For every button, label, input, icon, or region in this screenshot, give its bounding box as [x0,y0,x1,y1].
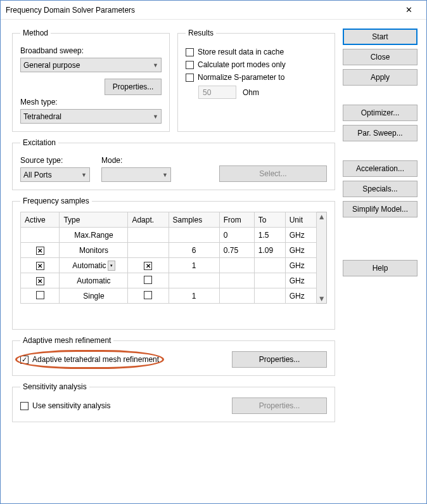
cell-adapt[interactable]: ✕ [128,258,169,273]
cell-unit[interactable]: GHz [285,258,317,273]
checkbox-icon [20,356,29,364]
cell-unit[interactable]: GHz [285,288,317,304]
table-header-row: Active Type Adapt. Samples From To Unit [21,212,317,228]
mode-combo[interactable]: ▼ [101,167,171,182]
cell-unit[interactable]: GHz [285,273,317,288]
table-row[interactable]: Single1GHz [21,288,317,304]
cell-unit[interactable]: GHz [285,243,317,258]
col-from[interactable]: From [219,212,254,228]
frequency-samples-table: Active Type Adapt. Samples From To Unit … [20,212,317,304]
sensitivity-properties-button[interactable]: Properties... [232,397,327,414]
start-button[interactable]: Start [343,29,417,45]
table-row[interactable]: ✕Monitors60.751.09GHz [21,243,317,258]
select-button[interactable]: Select... [219,165,327,182]
calc-port-modes-label: Calculate port modes only [198,60,286,69]
cell-type[interactable]: Automatic [60,273,128,288]
table-row[interactable]: ✕AutomaticGHz [21,273,317,288]
cell-from[interactable] [219,288,254,304]
optimizer-button[interactable]: Optimizer... [343,105,417,121]
cell-to[interactable]: 1.5 [254,228,285,243]
par-sweep-button[interactable]: Par. Sweep... [343,125,417,141]
results-group: Results Store result data in cache Calcu… [177,29,335,132]
checkbox-icon [36,291,44,299]
cell-from[interactable]: 0.75 [219,243,254,258]
cell-type[interactable]: Max.Range [60,228,128,243]
cell-from[interactable] [219,258,254,273]
col-type[interactable]: Type [60,212,128,228]
broadband-sweep-combo[interactable]: General purpose ▼ [20,58,162,72]
apply-button[interactable]: Apply [343,69,417,86]
ohm-unit: Ohm [243,88,259,97]
store-cache-label: Store result data in cache [198,48,284,56]
cell-active[interactable]: ✕ [21,273,60,288]
mesh-type-value: Tetrahedral [23,112,61,121]
cell-type[interactable]: Single [60,288,128,304]
table-row[interactable]: Max.Range01.5GHz [21,228,317,243]
method-legend: Method [20,29,51,37]
mode-label: Mode: [101,156,171,165]
cell-to[interactable] [254,273,285,288]
window-title: Frequency Domain Solver Parameters [6,6,396,15]
cell-samples[interactable]: 1 [169,288,219,304]
adaptive-mesh-group: Adaptive mesh refinement Adaptive tetrah… [12,336,335,376]
normalize-sparam-checkbox[interactable]: Normalize S-parameter to [186,73,327,82]
cell-adapt[interactable] [128,273,169,288]
cell-adapt[interactable] [128,228,169,243]
cell-samples[interactable] [169,273,219,288]
checkbox-icon [144,291,152,299]
cell-to[interactable] [254,288,285,304]
cell-adapt[interactable] [128,288,169,304]
chevron-down-icon: ▼ [153,62,158,68]
cell-samples[interactable]: 6 [169,243,219,258]
mesh-type-label: Mesh type: [20,98,162,107]
simplify-model-button[interactable]: Simplify Model... [343,201,417,217]
close-button[interactable]: Close [343,49,417,65]
cell-adapt[interactable] [128,243,169,258]
source-type-combo[interactable]: All Ports ▼ [20,167,90,182]
table-row[interactable]: ✕Automatic▾✕1GHz [21,258,317,273]
excitation-legend: Excitation [20,138,58,147]
checkbox-icon: ✕ [36,247,44,255]
titlebar: Frequency Domain Solver Parameters ✕ [1,1,426,20]
col-active[interactable]: Active [21,212,60,228]
cell-samples[interactable]: 1 [169,258,219,273]
chevron-down-icon: ▼ [153,113,158,120]
cell-to[interactable]: 1.09 [254,243,285,258]
acceleration-button[interactable]: Acceleration... [343,160,417,177]
cell-unit[interactable]: GHz [285,228,317,243]
calc-port-modes-checkbox[interactable]: Calculate port modes only [186,60,327,69]
checkbox-icon [186,74,194,82]
frequency-samples-legend: Frequency samples [20,197,92,205]
col-to[interactable]: To [254,212,285,228]
adaptive-properties-button[interactable]: Properties... [232,351,327,368]
col-unit[interactable]: Unit [285,212,317,228]
help-button[interactable]: Help [343,260,417,276]
broadband-sweep-value: General purpose [23,61,80,70]
cell-from[interactable]: 0 [219,228,254,243]
mesh-type-combo[interactable]: Tetrahedral ▼ [20,109,162,124]
col-samples[interactable]: Samples [169,212,219,228]
cell-active[interactable]: ✕ [21,258,60,273]
cell-to[interactable] [254,258,285,273]
cell-type[interactable]: Monitors [60,243,128,258]
store-cache-checkbox[interactable]: Store result data in cache [186,48,327,56]
adaptive-mesh-legend: Adaptive mesh refinement [20,336,113,345]
cell-active[interactable] [21,288,60,304]
checkbox-icon: ✕ [36,262,44,270]
cell-active[interactable] [21,228,60,243]
specials-button[interactable]: Specials... [343,181,417,197]
cell-active[interactable]: ✕ [21,243,60,258]
excitation-group: Excitation Source type: All Ports ▼ Mode… [12,138,335,190]
cell-type[interactable]: Automatic▾ [60,258,128,273]
method-properties-button[interactable]: Properties... [105,79,162,95]
right-button-column: Start Close Apply Optimizer... Par. Swee… [343,29,417,494]
close-icon[interactable]: ✕ [396,1,421,19]
col-adapt[interactable]: Adapt. [128,212,169,228]
normalize-sparam-label: Normalize S-parameter to [198,73,284,82]
adaptive-tetrahedral-checkbox[interactable]: Adaptive tetrahedral mesh refinement [20,355,159,364]
use-sensitivity-checkbox[interactable]: Use sensitivity analysis [20,401,110,410]
source-type-value: All Ports [23,171,52,179]
cell-samples[interactable] [169,228,219,243]
table-scrollbar[interactable]: ▲ ▼ [317,212,327,304]
cell-from[interactable] [219,273,254,288]
